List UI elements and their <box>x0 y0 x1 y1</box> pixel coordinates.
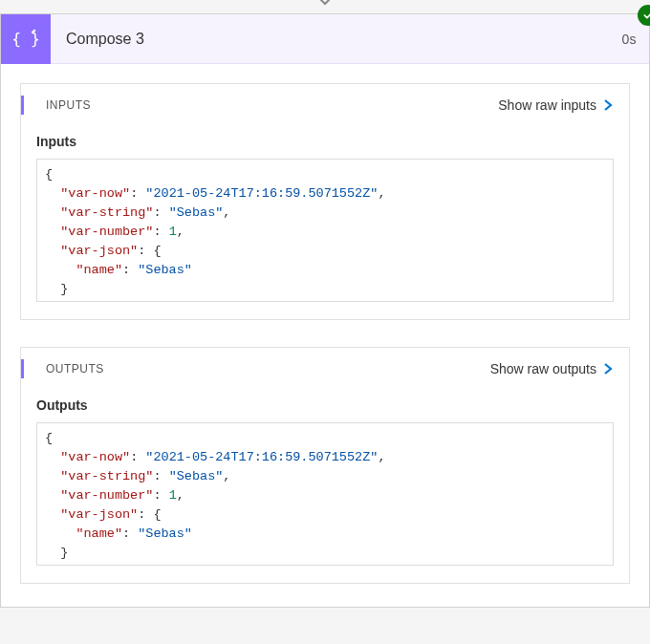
compose-icon: { } <box>1 14 51 64</box>
inputs-sub-label: Inputs <box>36 134 614 149</box>
action-header[interactable]: { } Compose 3 0s <box>1 14 649 64</box>
check-icon <box>642 10 650 21</box>
show-raw-inputs-text: Show raw inputs <box>498 97 596 113</box>
action-title: Compose 3 <box>51 14 609 64</box>
inputs-section: INPUTS Show raw inputs Inputs { "var-now… <box>20 83 630 320</box>
chevron-right-icon <box>602 363 614 375</box>
chevron-right-icon <box>602 99 614 111</box>
outputs-sub-label: Outputs <box>36 397 614 413</box>
inputs-code[interactable]: { "var-now": "2021-05-24T17:16:59.507155… <box>36 159 614 302</box>
section-accent <box>21 359 24 378</box>
inputs-label: INPUTS <box>46 98 91 112</box>
outputs-label: OUTPUTS <box>46 362 104 376</box>
action-card: { } Compose 3 0s INPUTS Show raw inputs … <box>0 13 650 608</box>
svg-text:{ }: { } <box>13 30 38 48</box>
section-accent <box>21 96 24 115</box>
outputs-section: OUTPUTS Show raw outputs Outputs { "var-… <box>20 347 630 584</box>
show-raw-outputs-text: Show raw outputs <box>490 361 596 376</box>
action-body: INPUTS Show raw inputs Inputs { "var-now… <box>1 64 649 607</box>
show-raw-inputs-button[interactable]: Show raw inputs <box>498 97 614 113</box>
show-raw-outputs-button[interactable]: Show raw outputs <box>490 361 614 376</box>
outputs-code[interactable]: { "var-now": "2021-05-24T17:16:59.507155… <box>36 422 614 566</box>
